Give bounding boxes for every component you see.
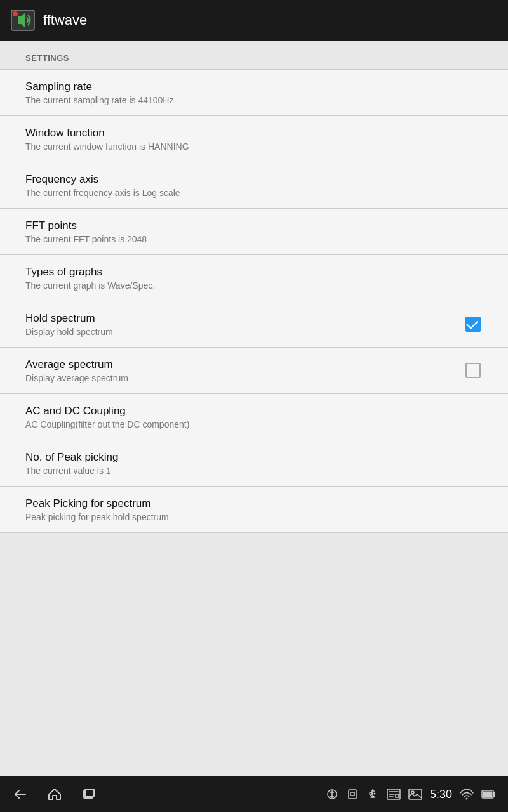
settings-item-text-sampling-rate: Sampling rate The current sampling rate … xyxy=(25,81,483,105)
settings-item-subtitle-types-of-graphs: The current graph is Wave/Spec. xyxy=(25,280,483,291)
settings-item-hold-spectrum[interactable]: Hold spectrum Display hold spectrum xyxy=(0,301,508,347)
svg-rect-7 xyxy=(351,792,354,796)
checkbox-hold-spectrum[interactable] xyxy=(464,315,483,334)
settings-item-fft-points[interactable]: FFT points The current FFT points is 204… xyxy=(0,209,508,254)
battery-icon xyxy=(481,789,495,799)
settings-item-subtitle-peak-picking: The current value is 1 xyxy=(25,466,483,476)
svg-point-8 xyxy=(370,792,372,795)
nav-right-status: 5:30 xyxy=(326,788,495,801)
settings-item-text-hold-spectrum: Hold spectrum Display hold spectrum xyxy=(25,312,464,337)
settings-item-types-of-graphs[interactable]: Types of graphs The current graph is Wav… xyxy=(0,255,508,301)
settings-item-title-sampling-rate: Sampling rate xyxy=(25,81,483,93)
settings-item-peak-picking[interactable]: No. of Peak picking The current value is… xyxy=(0,440,508,486)
gallery-icon xyxy=(408,789,422,800)
settings-item-text-fft-points: FFT points The current FFT points is 204… xyxy=(25,219,483,244)
main-content: SETTINGS Sampling rate The current sampl… xyxy=(0,41,508,799)
back-button[interactable] xyxy=(13,787,28,802)
svg-rect-16 xyxy=(483,792,493,797)
svg-point-14 xyxy=(466,798,468,800)
svg-point-2 xyxy=(13,11,18,16)
settings-item-window-function[interactable]: Window function The current window funct… xyxy=(0,116,508,162)
settings-item-frequency-axis[interactable]: Frequency axis The current frequency axi… xyxy=(0,162,508,208)
settings-item-title-ac-dc-coupling: AC and DC Coupling xyxy=(25,405,483,417)
status-time: 5:30 xyxy=(430,788,452,801)
settings-item-title-fft-points: FFT points xyxy=(25,219,483,232)
settings-item-peak-picking-spectrum[interactable]: Peak Picking for spectrum Peak picking f… xyxy=(0,487,508,532)
nav-left-buttons xyxy=(13,787,97,802)
svg-rect-4 xyxy=(85,789,94,797)
settings-item-title-peak-picking: No. of Peak picking xyxy=(25,451,483,464)
settings-item-subtitle-ac-dc-coupling: AC Coupling(filter out the DC component) xyxy=(25,419,483,429)
settings-item-title-average-spectrum: Average spectrum xyxy=(25,358,464,371)
settings-item-text-types-of-graphs: Types of graphs The current graph is Wav… xyxy=(25,266,483,291)
app-bar: fftwave xyxy=(0,0,508,41)
settings-item-text-average-spectrum: Average spectrum Display average spectru… xyxy=(25,358,464,383)
settings-item-ac-dc-coupling[interactable]: AC and DC Coupling AC Coupling(filter ou… xyxy=(0,394,508,440)
settings-item-subtitle-hold-spectrum: Display hold spectrum xyxy=(25,327,464,337)
settings-list: Sampling rate The current sampling rate … xyxy=(0,70,508,533)
settings-item-subtitle-sampling-rate: The current sampling rate is 44100Hz xyxy=(25,95,483,105)
svg-rect-6 xyxy=(349,790,356,799)
app-logo xyxy=(10,8,36,33)
storage-icon xyxy=(346,788,359,801)
home-button[interactable] xyxy=(47,787,62,802)
recents-button[interactable] xyxy=(81,787,97,802)
settings-item-subtitle-fft-points: The current FFT points is 2048 xyxy=(25,234,483,244)
nav-bar: 5:30 xyxy=(0,776,508,812)
settings-item-subtitle-window-function: The current window function is HANNING xyxy=(25,141,483,152)
settings-item-text-ac-dc-coupling: AC and DC Coupling AC Coupling(filter ou… xyxy=(25,405,483,429)
svg-point-9 xyxy=(373,793,375,795)
checkbox-average-spectrum[interactable] xyxy=(464,361,483,380)
settings-item-title-types-of-graphs: Types of graphs xyxy=(25,266,483,278)
wifi-icon xyxy=(460,789,474,800)
settings-item-text-frequency-axis: Frequency axis The current frequency axi… xyxy=(25,173,483,198)
settings-item-title-peak-picking-spectrum: Peak Picking for spectrum xyxy=(25,497,483,510)
settings-section-header: SETTINGS xyxy=(0,41,508,69)
usb2-icon xyxy=(366,788,379,801)
news-icon xyxy=(387,789,401,800)
divider-9 xyxy=(0,532,508,533)
usb-icon xyxy=(326,788,338,801)
settings-item-title-hold-spectrum: Hold spectrum xyxy=(25,312,464,325)
settings-item-subtitle-peak-picking-spectrum: Peak picking for peak hold spectrum xyxy=(25,512,483,522)
settings-item-title-frequency-axis: Frequency axis xyxy=(25,173,483,186)
settings-item-sampling-rate[interactable]: Sampling rate The current sampling rate … xyxy=(0,70,508,115)
settings-item-subtitle-average-spectrum: Display average spectrum xyxy=(25,373,464,383)
settings-item-average-spectrum[interactable]: Average spectrum Display average spectru… xyxy=(0,348,508,393)
settings-item-text-peak-picking: No. of Peak picking The current value is… xyxy=(25,451,483,476)
settings-item-text-window-function: Window function The current window funct… xyxy=(25,127,483,152)
settings-item-text-peak-picking-spectrum: Peak Picking for spectrum Peak picking f… xyxy=(25,497,483,522)
app-title: fftwave xyxy=(43,12,87,29)
svg-rect-11 xyxy=(396,794,399,797)
settings-item-title-window-function: Window function xyxy=(25,127,483,140)
settings-item-subtitle-frequency-axis: The current frequency axis is Log scale xyxy=(25,188,483,198)
